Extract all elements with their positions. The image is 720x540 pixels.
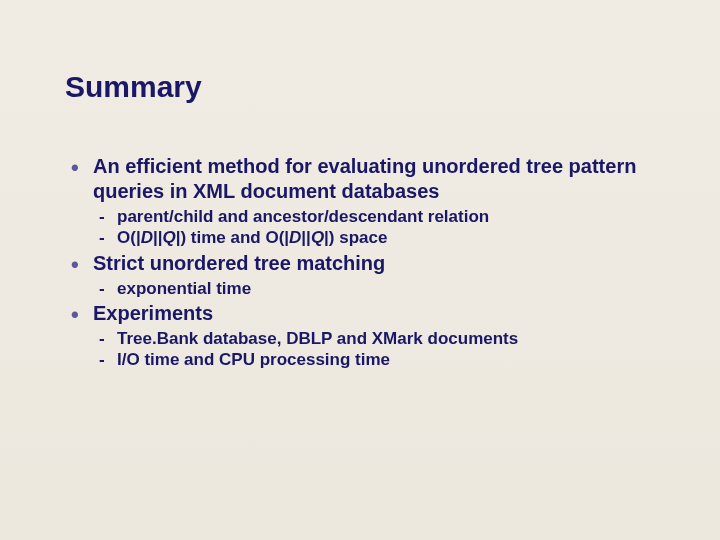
sub-list: exponential time [93, 278, 660, 299]
slide-title: Summary [65, 70, 660, 104]
bullet-experiments: Experiments Tree.Bank database, DBLP and… [93, 301, 660, 371]
bullet-list: An efficient method for evaluating unord… [65, 154, 660, 370]
text-frag: || [301, 228, 311, 247]
bullet-text: An efficient method for evaluating unord… [93, 155, 636, 202]
sub-list: parent/child and ancestor/descendant rel… [93, 206, 660, 249]
sub-bullet-relations: parent/child and ancestor/descendant rel… [117, 206, 660, 227]
bullet-strict-matching: Strict unordered tree matching exponenti… [93, 251, 660, 299]
text-italic-d: D [289, 228, 301, 247]
sub-bullet-databases: Tree.Bank database, DBLP and XMark docum… [117, 328, 660, 349]
text-frag: O(| [117, 228, 141, 247]
text-frag: |) space [324, 228, 387, 247]
bullet-text: Experiments [93, 302, 213, 324]
text-frag: || [153, 228, 163, 247]
slide-summary: Summary An efficient method for evaluati… [0, 0, 720, 412]
sub-list: Tree.Bank database, DBLP and XMark docum… [93, 328, 660, 371]
text-italic-d: D [141, 228, 153, 247]
sub-bullet-complexity: O(|D||Q|) time and O(|D||Q|) space [117, 227, 660, 248]
bullet-text: Strict unordered tree matching [93, 252, 385, 274]
sub-bullet-exponential: exponential time [117, 278, 660, 299]
text-frag: |) time and O(| [176, 228, 289, 247]
bullet-efficient-method: An efficient method for evaluating unord… [93, 154, 660, 249]
sub-bullet-io-cpu: I/O time and CPU processing time [117, 349, 660, 370]
text-italic-q: Q [162, 228, 175, 247]
text-italic-q: Q [311, 228, 324, 247]
